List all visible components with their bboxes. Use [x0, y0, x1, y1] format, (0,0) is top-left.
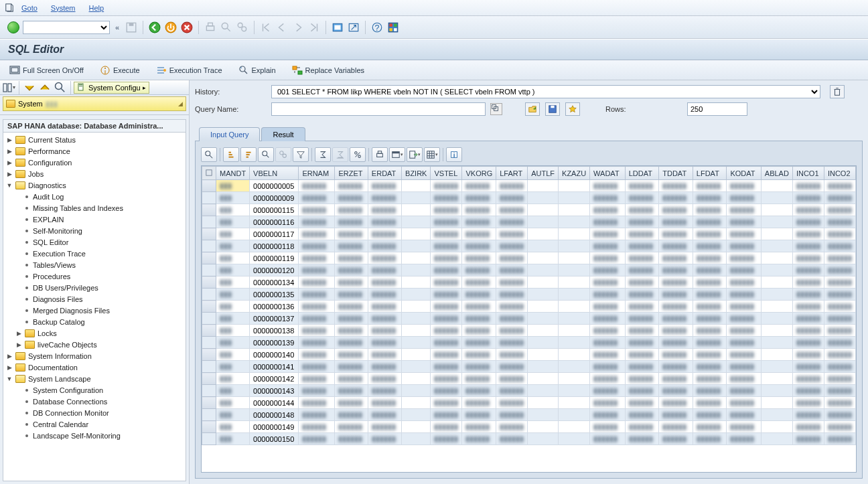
queryname-input[interactable] — [271, 102, 486, 116]
column-header[interactable]: KODAT — [727, 167, 761, 180]
cell[interactable]: ▮▮▮ — [216, 301, 250, 313]
navigation-tree[interactable]: ▶Current Status▶Performance▶Configuratio… — [3, 133, 186, 481]
cell[interactable] — [528, 228, 559, 240]
cell[interactable]: ▮▮▮▮▮▮ — [431, 216, 462, 228]
tree-item[interactable]: Self-Monitoring — [3, 225, 186, 236]
cell[interactable]: ▮▮▮▮▮▮ — [693, 349, 727, 361]
history-select[interactable]: 001 SELECT * FROM likp WHERE vbeln NOT I… — [271, 85, 820, 98]
tree-item[interactable]: DB Users/Privileges — [3, 282, 186, 293]
cell[interactable]: ▮▮▮▮▮▮ — [462, 337, 496, 349]
cell[interactable]: 0000000116 — [250, 216, 299, 228]
cell[interactable] — [761, 228, 792, 240]
cell[interactable]: ▮▮▮▮▮▮ — [496, 216, 528, 228]
tree-item[interactable]: Central Calendar — [3, 418, 186, 430]
layout-select-icon[interactable]: ▾ — [424, 147, 440, 162]
cell[interactable]: ▮▮▮▮▮▮ — [824, 204, 855, 216]
cell[interactable]: 0000000137 — [250, 313, 299, 325]
cell[interactable] — [761, 252, 792, 264]
menu-goto[interactable]: Goto — [21, 4, 38, 12]
row-selector[interactable] — [202, 301, 216, 313]
row-selector[interactable] — [202, 180, 216, 192]
cell[interactable]: ▮▮▮▮▮▮ — [496, 421, 528, 433]
row-selector[interactable] — [202, 385, 216, 397]
command-field[interactable] — [23, 21, 110, 34]
cell[interactable]: ▮▮▮▮▮▮ — [727, 313, 761, 325]
column-header[interactable]: ABLAD — [761, 167, 792, 180]
cell[interactable]: ▮▮▮▮▮▮ — [792, 228, 824, 240]
replace-variables-button[interactable]: Replace Variables — [289, 64, 367, 77]
cell[interactable] — [402, 216, 431, 228]
cell[interactable]: ▮▮▮▮▮▮ — [431, 276, 462, 289]
twisty-icon[interactable]: ▶ — [15, 330, 22, 337]
cell[interactable] — [528, 325, 559, 337]
cell[interactable]: ▮▮▮▮▮▮ — [431, 373, 462, 385]
result-grid[interactable]: MANDTVBELNERNAMERZETERDATBZIRKVSTELVKORG… — [201, 165, 857, 473]
cell[interactable]: ▮▮▮▮▮▮ — [431, 433, 462, 445]
cell[interactable]: ▮▮▮▮▮▮ — [727, 361, 761, 373]
cell[interactable] — [559, 409, 590, 421]
cell[interactable]: ▮▮▮▮▮▮ — [299, 240, 335, 252]
cell[interactable]: ▮▮▮▮▮▮ — [496, 373, 528, 385]
find-grid-icon[interactable] — [258, 147, 274, 162]
cell[interactable]: ▮▮▮ — [216, 264, 250, 276]
row-selector[interactable] — [202, 409, 216, 421]
cell[interactable]: ▮▮▮▮▮▮ — [431, 385, 462, 397]
cell[interactable]: ▮▮▮▮▮▮ — [824, 240, 855, 252]
cell[interactable] — [559, 373, 590, 385]
cell[interactable]: ▮▮▮▮▮▮ — [431, 325, 462, 337]
cell[interactable]: ▮▮▮▮▮▮ — [335, 204, 368, 216]
cell[interactable]: ▮▮▮▮▮▮ — [727, 337, 761, 349]
cell[interactable]: ▮▮▮▮▮▮ — [335, 349, 368, 361]
query-open-button[interactable] — [525, 102, 540, 116]
tree-item[interactable]: Backup Catalog — [3, 316, 186, 327]
cell[interactable]: ▮▮▮▮▮▮ — [590, 433, 626, 445]
cell[interactable]: ▮▮▮▮▮▮ — [462, 433, 496, 445]
cell[interactable]: 0000000005 — [250, 180, 299, 192]
cell[interactable]: ▮▮▮▮▮▮ — [431, 349, 462, 361]
cell[interactable] — [761, 240, 792, 252]
cell[interactable]: ▮▮▮▮▮▮ — [792, 433, 824, 445]
cell[interactable] — [528, 301, 559, 313]
cell[interactable]: ▮▮▮▮▮▮ — [792, 240, 824, 252]
cell[interactable]: ▮▮▮▮▮▮ — [335, 240, 368, 252]
cell[interactable] — [528, 397, 559, 409]
cell[interactable]: ▮▮▮▮▮▮ — [792, 373, 824, 385]
twisty-icon[interactable]: ▶ — [6, 171, 13, 177]
cell[interactable]: ▮▮▮▮▮▮ — [590, 337, 626, 349]
tab-result[interactable]: Result — [261, 127, 305, 141]
cell[interactable]: ▮▮▮▮▮▮ — [462, 289, 496, 301]
cell[interactable]: ▮▮▮▮▮▮ — [824, 192, 855, 204]
tree-item[interactable]: ▶Documentation — [3, 361, 186, 373]
cell[interactable]: ▮▮▮▮▮▮ — [693, 180, 727, 192]
cell[interactable]: ▮▮▮ — [216, 180, 250, 192]
cell[interactable]: ▮▮▮▮▮▮ — [824, 337, 855, 349]
column-header[interactable]: INCO1 — [792, 167, 824, 180]
cell[interactable]: ▮▮▮▮▮▮ — [496, 325, 528, 337]
cell[interactable]: ▮▮▮▮▮▮ — [727, 373, 761, 385]
twisty-icon[interactable]: ▶ — [15, 341, 22, 348]
cell[interactable]: ▮▮▮▮▮▮ — [590, 301, 626, 313]
row-selector[interactable] — [202, 252, 216, 264]
row-selector[interactable] — [202, 276, 216, 289]
cell[interactable] — [402, 433, 431, 445]
twisty-icon[interactable]: ▶ — [6, 148, 13, 155]
row-selector[interactable] — [202, 325, 216, 337]
cell[interactable]: ▮▮▮▮▮▮ — [693, 373, 727, 385]
cell[interactable]: ▮▮▮▮▮▮ — [693, 216, 727, 228]
cell[interactable]: ▮▮▮▮▮▮ — [693, 204, 727, 216]
tree-item[interactable]: Database Connections — [3, 396, 186, 407]
cell[interactable]: ▮▮▮▮▮▮ — [368, 433, 401, 445]
cell[interactable]: ▮▮▮▮▮▮ — [590, 361, 626, 373]
tree-item[interactable]: DB Connection Monitor — [3, 407, 186, 418]
cell[interactable]: ▮▮▮▮▮▮ — [590, 264, 626, 276]
cell[interactable]: ▮▮▮▮▮▮ — [590, 313, 626, 325]
cell[interactable]: ▮▮▮▮▮▮ — [335, 337, 368, 349]
cell[interactable]: ▮▮▮▮▮▮ — [727, 252, 761, 264]
cell[interactable]: ▮▮▮▮▮▮ — [659, 252, 693, 264]
cell[interactable]: ▮▮▮▮▮▮ — [792, 349, 824, 361]
cell[interactable]: ▮▮▮▮▮▮ — [792, 204, 824, 216]
cell[interactable]: 0000000119 — [250, 252, 299, 264]
cell[interactable] — [528, 421, 559, 433]
help-icon[interactable]: ? — [370, 21, 384, 34]
cell[interactable]: ▮▮▮▮▮▮ — [693, 301, 727, 313]
